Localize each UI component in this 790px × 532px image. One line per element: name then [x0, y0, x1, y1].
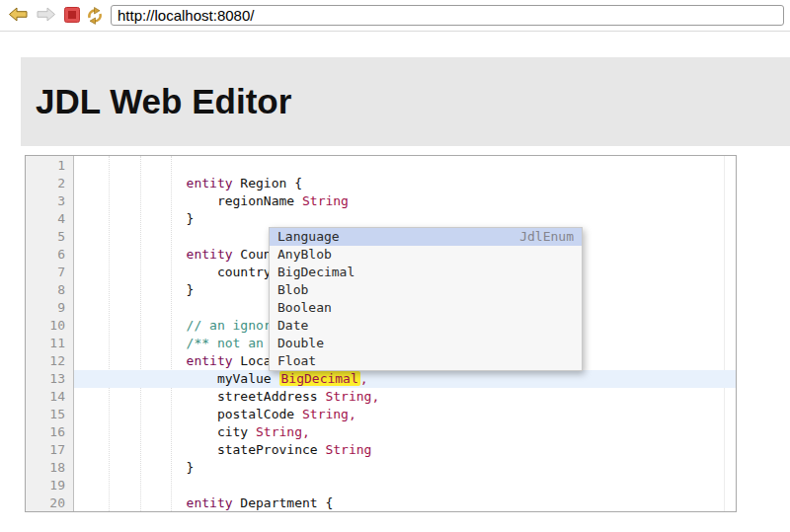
forward-button[interactable]: [35, 6, 56, 26]
refresh-button[interactable]: [84, 6, 106, 26]
code-text: streetAddress String,: [74, 388, 736, 406]
line-number: 14: [26, 388, 65, 406]
code-line[interactable]: 20 entity Department {: [26, 494, 736, 512]
code-line-active[interactable]: 13 myValue BigDecimal,: [26, 370, 736, 388]
code-text: }: [74, 459, 736, 477]
autocomplete-item-label: Language: [277, 228, 340, 246]
autocomplete-item[interactable]: Date: [270, 317, 582, 335]
line-number: 6: [26, 246, 65, 264]
back-icon: [8, 6, 29, 23]
code-line[interactable]: 2 entity Region {: [26, 175, 736, 192]
code-text: regionName String: [74, 192, 736, 210]
code-line[interactable]: 14 streetAddress String,: [26, 388, 736, 406]
line-number: 12: [26, 352, 65, 370]
autocomplete-item[interactable]: AnyBlob: [270, 246, 582, 264]
forward-icon: [36, 6, 56, 23]
autocomplete-item[interactable]: BigDecimal: [270, 264, 582, 281]
code-line[interactable]: 18 }: [26, 459, 736, 477]
line-number: 3: [26, 192, 65, 210]
code-text: postalCode String,: [74, 406, 736, 423]
line-number: 11: [26, 335, 65, 352]
line-number: 8: [26, 281, 65, 299]
line-number: 1: [26, 157, 65, 175]
code-line[interactable]: 17 stateProvince String: [26, 441, 736, 459]
refresh-icon: [85, 6, 105, 26]
line-number: 2: [26, 175, 65, 192]
line-number: 15: [26, 406, 65, 423]
autocomplete-item[interactable]: Float: [270, 352, 582, 370]
autocomplete-item[interactable]: Blob: [270, 281, 582, 299]
autocomplete-item[interactable]: Double: [270, 335, 582, 352]
line-number: 9: [26, 299, 65, 317]
autocomplete-item-selected[interactable]: LanguageJdlEnum: [270, 228, 582, 246]
line-number: 7: [26, 264, 65, 281]
autocomplete-item-type: JdlEnum: [519, 228, 574, 246]
autocomplete-item[interactable]: Boolean: [270, 299, 582, 317]
code-text: entity Region {: [74, 175, 736, 192]
code-text: stateProvince String: [74, 441, 736, 459]
code-line[interactable]: 4 }: [26, 210, 736, 228]
line-number: 16: [26, 423, 65, 441]
autocomplete-item-label: Blob: [277, 281, 308, 299]
autocomplete-item-label: BigDecimal: [277, 264, 355, 281]
code-line[interactable]: 19: [26, 477, 736, 494]
autocomplete-item-label: AnyBlob: [277, 246, 332, 264]
line-number: 20: [26, 494, 65, 512]
autocomplete-item-label: Double: [277, 335, 324, 352]
code-line[interactable]: 16 city String,: [26, 423, 736, 441]
line-number: 13: [26, 370, 65, 388]
stop-button[interactable]: [61, 6, 83, 26]
autocomplete-popup: LanguageJdlEnumAnyBlobBigDecimalBlobBool…: [269, 227, 583, 371]
page-title: JDL Web Editor: [36, 82, 291, 121]
line-number: 19: [26, 477, 65, 494]
autocomplete-item-label: Boolean: [277, 299, 332, 317]
code-line[interactable]: 3 regionName String: [26, 192, 736, 210]
back-button[interactable]: [7, 6, 29, 26]
line-number: 5: [26, 228, 65, 246]
page-header: JDL Web Editor: [21, 57, 790, 146]
stop-icon: [63, 6, 81, 24]
autocomplete-item-label: Date: [277, 317, 308, 335]
line-number: 4: [26, 210, 65, 228]
url-input[interactable]: [111, 5, 784, 26]
code-text: entity Department {: [74, 494, 736, 512]
line-number: 10: [26, 317, 65, 335]
completion-match-highlight: BigDecimal: [279, 371, 360, 386]
line-number: 18: [26, 459, 65, 477]
autocomplete-item-label: Float: [277, 352, 316, 370]
code-line[interactable]: 1: [26, 157, 736, 175]
browser-toolbar: [0, 0, 790, 32]
line-number: 17: [26, 441, 65, 459]
code-line[interactable]: 15 postalCode String,: [26, 406, 736, 423]
code-text: myValue BigDecimal,: [74, 370, 736, 388]
code-text: }: [74, 210, 736, 228]
code-text: city String,: [74, 423, 736, 441]
